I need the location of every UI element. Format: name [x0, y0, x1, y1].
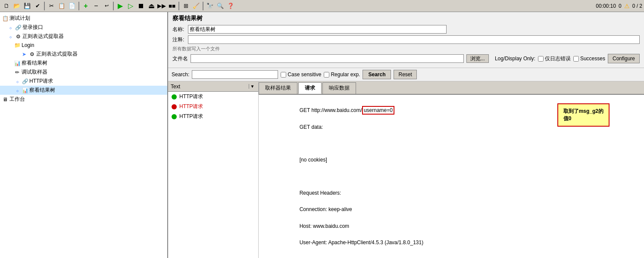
tab-request[interactable]: 请求: [298, 82, 322, 94]
successes-checkbox[interactable]: [573, 56, 579, 62]
search-icon-button[interactable]: 🔍: [216, 1, 225, 11]
request-user-agent: User-Agent: Apache-HttpClient/4.5.3 (Jav…: [300, 239, 424, 246]
result-tree2-img-icon: 📊: [22, 87, 28, 94]
request-headers-label: Request Headers:: [300, 190, 341, 196]
left-tree-panel: 📋 测试计划 ⬦ 🔗 登录接口 ⬦ ⚙ 正则表达式提取器 📁 Login ➤ ⚙…: [0, 12, 168, 258]
help-button[interactable]: ❓: [226, 1, 235, 11]
tab-content-request: GET http://www.baidu.com/username=0 GET …: [259, 95, 644, 258]
binoculars-button[interactable]: 🔭: [205, 1, 215, 11]
copy-button[interactable]: 📋: [57, 1, 66, 11]
annotation-box: 取到了msg_g2的值0: [557, 103, 610, 127]
list-item-label-2: HTTP请求: [179, 113, 203, 120]
tree-item-regex-extractor[interactable]: ⬦ ⚙ 正则表达式提取器: [0, 32, 167, 41]
regex-img-icon: ⚙: [15, 33, 22, 40]
status-green-0: [172, 94, 177, 99]
workbench-icon: 🖥: [2, 96, 9, 103]
save-all-button[interactable]: ✔: [33, 1, 42, 11]
save-button[interactable]: 💾: [22, 1, 32, 11]
start-no-pause-button[interactable]: ▷: [126, 1, 135, 11]
remote-stop-button[interactable]: ◼◼: [167, 1, 177, 11]
list-collapse-arrow[interactable]: ▼: [249, 84, 256, 89]
sep1: [44, 2, 45, 10]
tree-item-view-result-tree1[interactable]: 📊 察看结果树: [0, 59, 167, 68]
sep3: [113, 2, 114, 10]
list-item-0[interactable]: HTTP请求: [168, 92, 258, 102]
sep2: [78, 2, 79, 10]
add-button[interactable]: +: [81, 1, 91, 11]
tree-item-regex-extractor2[interactable]: ➤ ⚙ 正则表达式提取器: [0, 50, 167, 59]
tree-label-test-plan: 测试计划: [9, 15, 30, 22]
file-input[interactable]: [191, 54, 464, 63]
content-area: Text ▼ HTTP请求 HTTP请求 HTTP请求: [168, 81, 644, 258]
tree-item-workbench[interactable]: 🖥 工作台: [0, 95, 167, 104]
debug-icon: ✏: [14, 69, 21, 76]
request-host: Host: www.baidu.com: [300, 223, 349, 229]
case-sensitive-checkbox[interactable]: [281, 72, 286, 78]
request-connection: Connection: keep-alive: [300, 206, 352, 212]
tree-item-login-interface[interactable]: ⬦ 🔗 登录接口: [0, 23, 167, 32]
list-item-2[interactable]: HTTP请求: [168, 112, 258, 121]
test-plan-icon: 📋: [2, 15, 9, 22]
function-helper-button[interactable]: ⊞: [181, 1, 191, 11]
stop-now-button[interactable]: ⏏: [147, 1, 156, 11]
new-button[interactable]: 🗋: [2, 1, 11, 11]
tree-label-regex-extractor2: 正则表达式提取器: [36, 50, 78, 58]
list-item-label-0: HTTP请求: [179, 93, 203, 100]
search-button[interactable]: Search: [363, 70, 391, 79]
only-errors-label[interactable]: 仅日志错误: [538, 55, 571, 62]
login-icon: 📁: [14, 42, 21, 49]
link-icon: 🔗: [15, 24, 22, 31]
stop-button[interactable]: ⏹: [136, 1, 146, 11]
all-data-note: 所有数据写入一个文件: [172, 46, 640, 52]
remove-button[interactable]: −: [91, 1, 101, 11]
name-label: 名称:: [172, 26, 185, 33]
regular-exp-label[interactable]: Regular exp.: [324, 71, 360, 78]
successes-text: Successes: [580, 56, 605, 62]
right-panel: 察看结果树 名称: 注释: 所有数据写入一个文件 文件名 浏览... Log/D…: [168, 12, 644, 258]
tree-label-login-interface: 登录接口: [22, 24, 43, 31]
search-bar: Search: Case sensitive Regular exp. Sear…: [168, 68, 644, 81]
name-input[interactable]: [188, 25, 447, 34]
search-input[interactable]: [192, 70, 278, 79]
comment-label: 注释:: [172, 36, 185, 44]
undo-button[interactable]: ↩: [102, 1, 111, 11]
clear-all-button[interactable]: 🧹: [191, 1, 201, 11]
only-errors-text: 仅日志错误: [545, 55, 571, 62]
detail-panel: 取样器结果 请求 响应数据 GET http://www.baidu.com/u…: [259, 81, 644, 258]
warning-count: 0: [619, 3, 622, 9]
tree-item-view-result-tree2[interactable]: ⬦ 📊 察看结果树: [0, 86, 167, 95]
open-button[interactable]: 📂: [12, 1, 22, 11]
name-row: 名称:: [172, 25, 640, 34]
tab-sampler-result[interactable]: 取样器结果: [259, 82, 297, 94]
annotation-text: 取到了msg_g2的值0: [563, 108, 603, 121]
paste-button[interactable]: 📄: [67, 1, 77, 11]
comment-input[interactable]: [188, 35, 640, 44]
status-green-2: [172, 114, 177, 119]
sep4: [178, 2, 179, 10]
tree-label-http-request: HTTP请求: [29, 78, 53, 85]
regular-exp-checkbox[interactable]: [324, 72, 329, 78]
configure-button[interactable]: Configure: [608, 54, 640, 63]
tree-item-debug-sampler[interactable]: ✏ 调试取样器: [0, 68, 167, 77]
tree-item-login[interactable]: 📁 Login: [0, 41, 167, 50]
comment-row: 注释:: [172, 35, 640, 44]
tree-item-test-plan[interactable]: 📋 测试计划: [0, 14, 167, 23]
list-item-1[interactable]: HTTP请求: [168, 102, 258, 112]
tree-label-workbench: 工作台: [9, 96, 25, 103]
tab-response-data[interactable]: 响应数据: [322, 82, 356, 94]
reset-button[interactable]: Reset: [394, 70, 416, 79]
successes-label[interactable]: Successes: [573, 56, 605, 62]
cut-button[interactable]: ✂: [47, 1, 56, 11]
tree-item-http-request[interactable]: ⬦ 🔗 HTTP请求: [0, 77, 167, 86]
browse-button[interactable]: 浏览...: [466, 54, 489, 63]
list-header-label: Text: [171, 84, 180, 90]
sep5: [203, 2, 203, 10]
start-button[interactable]: ▶: [116, 1, 125, 11]
remote-start-button[interactable]: ▶▶: [157, 1, 166, 11]
progress-count: 0 / 2: [632, 3, 642, 9]
list-header: Text ▼: [168, 81, 258, 92]
http-request-icon: ⬦: [14, 78, 21, 85]
case-sensitive-label[interactable]: Case sensitive: [281, 71, 321, 78]
main-layout: 📋 测试计划 ⬦ 🔗 登录接口 ⬦ ⚙ 正则表达式提取器 📁 Login ➤ ⚙…: [0, 12, 644, 258]
only-errors-checkbox[interactable]: [538, 56, 544, 62]
